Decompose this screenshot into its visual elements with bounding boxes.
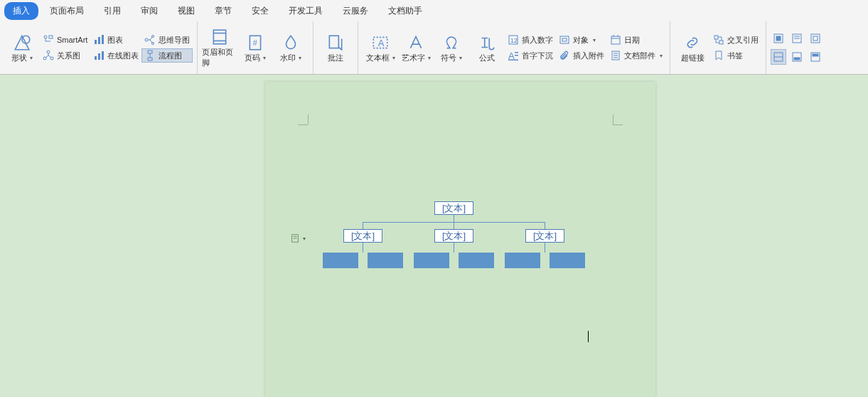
- symbol-label: 符号: [441, 53, 456, 63]
- drop-cap-button[interactable]: A首字下沉: [505, 48, 556, 63]
- svg-point-13: [145, 38, 148, 41]
- page[interactable]: ▾ [文本] [文本] [文本] [文本]: [265, 82, 655, 397]
- org-leaf[interactable]: [323, 253, 358, 268]
- wrap-tight-icon: [791, 33, 803, 44]
- watermark-label: 水印: [280, 53, 296, 63]
- svg-rect-10: [95, 56, 97, 60]
- object-button[interactable]: 对象▾: [556, 33, 607, 47]
- org-node-root[interactable]: [文本]: [434, 201, 473, 215]
- svg-rect-12: [102, 51, 104, 60]
- tab-review[interactable]: 审阅: [132, 2, 166, 20]
- wrap-square-icon: [773, 33, 784, 44]
- org-node-l2-2[interactable]: [文本]: [434, 229, 473, 243]
- link-icon: [682, 33, 702, 53]
- org-leaf[interactable]: [368, 253, 403, 268]
- formula-button[interactable]: 公式: [469, 24, 505, 71]
- cross-ref-button[interactable]: 交叉引用: [710, 33, 761, 47]
- shapes-button[interactable]: 形状▾: [4, 24, 40, 71]
- smartart-icon: [43, 34, 54, 46]
- comment-button[interactable]: 批注: [318, 24, 353, 71]
- symbol-button[interactable]: 符号▾: [434, 24, 469, 71]
- relation-chart-button[interactable]: 关系图: [40, 48, 90, 63]
- page-number-icon: #: [245, 33, 265, 53]
- svg-rect-56: [813, 54, 818, 56]
- bar-chart-icon: [93, 34, 105, 46]
- chart-label: 图表: [107, 35, 123, 46]
- svg-rect-17: [148, 58, 152, 60]
- tab-cloud[interactable]: 云服务: [334, 2, 377, 20]
- tab-view[interactable]: 视图: [169, 2, 203, 20]
- insert-number-button[interactable]: 12插入数字: [505, 33, 556, 47]
- comment-icon: [326, 33, 345, 53]
- attachment-button[interactable]: 插入附件: [556, 48, 607, 63]
- svg-rect-34: [611, 36, 620, 44]
- document-area[interactable]: ▾ [文本] [文本] [文本] [文本]: [0, 75, 868, 397]
- svg-text:A: A: [378, 38, 385, 48]
- doc-parts-button[interactable]: 文档部件▾: [607, 48, 665, 63]
- wrap-through-button[interactable]: [808, 31, 823, 46]
- chart-button[interactable]: 图表: [90, 33, 141, 47]
- tab-reference[interactable]: 引用: [95, 2, 129, 20]
- textbox-label: 文本框: [366, 53, 390, 63]
- wrap-through-icon: [810, 33, 821, 44]
- org-leaf[interactable]: [505, 253, 540, 268]
- svg-rect-30: [515, 55, 518, 56]
- wrap-behind-button[interactable]: [789, 49, 805, 65]
- tab-page-layout[interactable]: 页面布局: [41, 2, 92, 20]
- smartart-button[interactable]: SmartArt: [40, 33, 90, 47]
- bookmark-button[interactable]: 书签: [710, 48, 761, 63]
- hyperlink-button[interactable]: 超链接: [675, 24, 710, 71]
- relation-label: 关系图: [57, 51, 80, 61]
- org-node-l2-1[interactable]: [文本]: [343, 229, 382, 243]
- relation-icon: [43, 50, 54, 61]
- watermark-button[interactable]: 水印▾: [273, 24, 309, 71]
- comment-label: 批注: [328, 53, 343, 63]
- wrap-front-button[interactable]: [808, 49, 823, 65]
- wrap-inline-icon: [773, 51, 784, 63]
- online-chart-icon: [93, 50, 105, 61]
- svg-rect-43: [719, 41, 723, 44]
- header-footer-label: 页眉和页脚: [202, 47, 237, 68]
- formula-icon: [477, 33, 497, 53]
- dropdown-icon: ▾: [428, 55, 431, 61]
- wrap-square-button[interactable]: [771, 31, 786, 46]
- header-footer-icon: [210, 27, 230, 47]
- tab-dev-tools[interactable]: 开发工具: [280, 2, 331, 20]
- org-node-l2-3[interactable]: [文本]: [525, 229, 564, 243]
- text-cursor: [588, 331, 589, 342]
- wrap-inline-button[interactable]: [771, 49, 786, 65]
- svg-rect-11: [98, 53, 100, 60]
- org-leaf[interactable]: [414, 253, 449, 268]
- insert-number-label: 插入数字: [522, 35, 553, 46]
- wrap-front-icon: [810, 51, 821, 63]
- flowchart-button[interactable]: 流程图: [141, 48, 193, 63]
- svg-rect-33: [562, 38, 567, 41]
- svg-rect-49: [811, 34, 820, 43]
- doc-parts-icon: [610, 50, 621, 61]
- svg-rect-16: [148, 51, 152, 53]
- attachment-label: 插入附件: [573, 51, 604, 61]
- svg-rect-42: [714, 36, 718, 39]
- wrap-tight-button[interactable]: [789, 31, 805, 46]
- cross-ref-label: 交叉引用: [727, 35, 759, 46]
- tab-section[interactable]: 章节: [206, 2, 240, 20]
- drop-cap-icon: A: [508, 50, 519, 61]
- dropdown-icon: ▾: [263, 55, 266, 61]
- page-number-button[interactable]: # 页码▾: [237, 24, 273, 71]
- org-leaf[interactable]: [459, 253, 494, 268]
- paste-options-button[interactable]: ▾: [290, 233, 306, 243]
- header-footer-button[interactable]: 页眉和页脚: [202, 24, 237, 71]
- org-leaf[interactable]: [550, 253, 585, 268]
- tab-security[interactable]: 安全: [243, 2, 277, 20]
- svg-text:12: 12: [510, 37, 518, 44]
- wordart-button[interactable]: 艺术字▾: [398, 24, 434, 71]
- mindmap-button[interactable]: 思维导图: [141, 33, 193, 47]
- tab-insert[interactable]: 插入: [4, 2, 38, 20]
- tab-doc-helper[interactable]: 文档助手: [380, 2, 431, 20]
- date-button[interactable]: 日期: [607, 33, 665, 47]
- paperclip-icon: [559, 50, 570, 61]
- svg-rect-7: [95, 40, 97, 44]
- number-icon: 12: [508, 34, 519, 46]
- online-chart-button[interactable]: 在线图表: [90, 48, 141, 63]
- textbox-button[interactable]: A 文本框▾: [363, 24, 398, 71]
